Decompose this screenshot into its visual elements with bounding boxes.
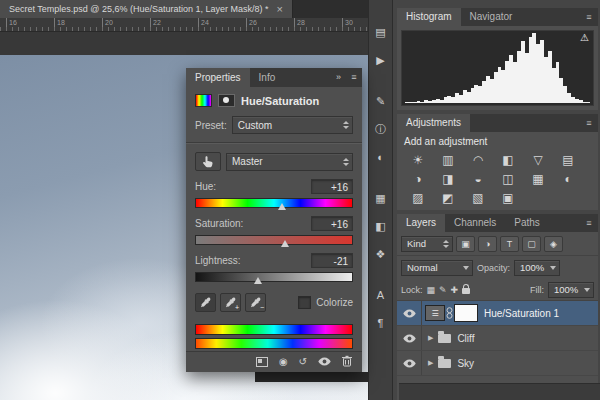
styles-panel-icon[interactable]: ❖ xyxy=(369,242,393,266)
channel-mixer-adjustment-icon[interactable]: ◫ xyxy=(493,169,523,188)
adjustment-layer-thumbnail[interactable]: ☰ xyxy=(425,305,445,321)
filter-shape-layers-icon[interactable]: ▢ xyxy=(522,236,541,252)
black-white-adjustment-icon[interactable]: ◨ xyxy=(433,169,463,188)
saturation-slider-thumb[interactable] xyxy=(281,240,289,247)
swatches-panel-icon[interactable]: ▦ xyxy=(369,186,393,210)
selective-color-adjustment-icon[interactable]: ▣ xyxy=(493,188,523,207)
masks-panel-icon[interactable]: ◐ xyxy=(369,145,393,169)
filter-type-layers-icon[interactable]: T xyxy=(500,236,519,252)
tab-histogram[interactable]: Histogram xyxy=(397,8,461,26)
collapse-panel-icon[interactable]: » xyxy=(331,68,346,87)
visibility-eye-icon[interactable] xyxy=(397,301,422,325)
brush-presets-panel-icon[interactable]: ✎ xyxy=(369,89,393,113)
posterize-adjustment-icon[interactable]: ▨ xyxy=(403,188,433,207)
lightness-value-field[interactable]: -21 xyxy=(311,253,353,268)
layer-name[interactable]: Sky xyxy=(457,358,474,369)
preset-dropdown[interactable]: Custom xyxy=(232,116,353,134)
layer-row-sky[interactable]: ▶ Sky xyxy=(397,351,598,376)
kind-filter-dropdown[interactable]: Kind xyxy=(401,236,453,252)
adjustment-header: Hue/Saturation xyxy=(195,94,353,107)
threshold-adjustment-icon[interactable]: ◩ xyxy=(433,188,463,207)
gradient-map-adjustment-icon[interactable]: ▧ xyxy=(463,188,493,207)
document-tab[interactable]: Secret Temples.psd @ 25,6% (Hue/Saturati… xyxy=(0,0,293,18)
fill-dropdown[interactable]: 100% xyxy=(548,282,594,298)
layer-mask-thumbnail[interactable] xyxy=(454,304,478,322)
layer-name[interactable]: Hue/Saturation 1 xyxy=(484,308,559,319)
lock-all-icon[interactable] xyxy=(462,288,470,294)
vibrance-adjustment-icon[interactable]: ▽ xyxy=(523,150,553,169)
saturation-slider-track[interactable] xyxy=(195,235,353,245)
actions-panel-icon[interactable]: ▶ xyxy=(369,48,393,72)
character-panel-icon[interactable]: A xyxy=(369,283,393,307)
disclosure-triangle-icon[interactable]: ▶ xyxy=(428,359,433,367)
tab-channels[interactable]: Channels xyxy=(445,214,505,232)
layer-mask-icon[interactable] xyxy=(218,94,235,107)
hue-slider-track[interactable] xyxy=(195,198,353,208)
invert-adjustment-icon[interactable]: ◐ xyxy=(553,169,583,188)
minus-icon: − xyxy=(260,304,264,311)
color-lookup-adjustment-icon[interactable]: ▦ xyxy=(523,169,553,188)
properties-panel-body: Hue/Saturation Preset: Custom Master xyxy=(186,87,362,372)
paragraph-panel-icon[interactable]: ¶ xyxy=(369,311,393,335)
lightness-slider-track[interactable] xyxy=(195,272,353,282)
close-icon[interactable]: × xyxy=(277,4,283,14)
layers-panel: Kind ▣ ◑ T ▢ ◈ Normal Opacity: 100% xyxy=(397,232,598,400)
color-balance-adjustment-icon[interactable]: ◑ xyxy=(403,169,433,188)
tab-paths[interactable]: Paths xyxy=(505,214,549,232)
disclosure-triangle-icon[interactable]: ▶ xyxy=(428,334,433,342)
tab-navigator[interactable]: Navigator xyxy=(461,8,522,26)
hue-saturation-icon xyxy=(195,94,212,107)
exposure-adjustment-icon[interactable]: ◧ xyxy=(493,150,523,169)
history-panel-icon[interactable]: ▤ xyxy=(369,20,393,44)
tab-layers[interactable]: Layers xyxy=(397,214,445,232)
visibility-eye-icon[interactable] xyxy=(318,356,331,368)
panel-menu-icon[interactable]: ≡ xyxy=(580,8,598,26)
photo-filter-adjustment-icon[interactable]: ◒ xyxy=(463,169,493,188)
eyedropper-subtract-icon[interactable]: − xyxy=(245,293,266,312)
visibility-eye-icon[interactable] xyxy=(397,326,422,350)
fill-value: 100% xyxy=(554,284,578,295)
filter-adjustment-layers-icon[interactable]: ◑ xyxy=(478,236,497,252)
lightness-slider-thumb[interactable] xyxy=(254,277,262,284)
clip-to-layer-icon[interactable] xyxy=(256,357,268,367)
brightness-contrast-adjustment-icon[interactable]: ☀ xyxy=(403,150,433,169)
blend-mode-dropdown[interactable]: Normal xyxy=(401,260,473,276)
hue-slider-thumb[interactable] xyxy=(278,203,286,210)
previous-state-icon[interactable]: ◉ xyxy=(279,357,288,367)
filter-pixel-layers-icon[interactable]: ▣ xyxy=(456,236,475,252)
eyedropper-icon[interactable] xyxy=(195,293,216,312)
lock-image-pixels-icon[interactable]: ✎ xyxy=(439,285,447,295)
panel-menu-icon[interactable]: ≡ xyxy=(346,68,362,87)
targeted-adjustment-hand-icon[interactable] xyxy=(195,152,221,171)
document-tab-bar: Secret Temples.psd @ 25,6% (Hue/Saturati… xyxy=(0,0,368,18)
layer-row-hue-saturation[interactable]: ☰ Hue/Saturation 1 xyxy=(397,301,598,326)
colorize-checkbox[interactable] xyxy=(298,296,311,309)
reset-icon[interactable]: ↺ xyxy=(299,357,307,367)
opacity-dropdown[interactable]: 100% xyxy=(514,260,560,276)
layer-name[interactable]: Cliff xyxy=(457,333,474,344)
tab-properties[interactable]: Properties xyxy=(186,68,250,87)
link-icon xyxy=(446,307,453,319)
layer-row-cliff[interactable]: ▶ Cliff xyxy=(397,326,598,351)
eyedropper-add-icon[interactable]: + xyxy=(220,293,241,312)
color-panel-icon[interactable]: ◧ xyxy=(369,214,393,238)
preset-row: Preset: Custom xyxy=(195,116,353,134)
hue-saturation-adjustment-icon[interactable]: ▤ xyxy=(553,150,583,169)
info-panel-icon[interactable]: ⓘ xyxy=(369,117,393,141)
visibility-eye-icon[interactable] xyxy=(397,351,422,375)
panel-menu-icon[interactable]: ≡ xyxy=(580,114,598,132)
filter-smart-objects-icon[interactable]: ◈ xyxy=(544,236,563,252)
panel-menu-icon[interactable]: ≡ xyxy=(580,214,598,232)
hue-label: Hue: xyxy=(195,181,216,192)
curves-adjustment-icon[interactable]: ◠ xyxy=(463,150,493,169)
tab-adjustments[interactable]: Adjustments xyxy=(397,114,470,132)
saturation-value-field[interactable]: +16 xyxy=(311,216,353,231)
tab-info[interactable]: Info xyxy=(250,68,285,87)
levels-adjustment-icon[interactable]: ▥ xyxy=(433,150,463,169)
lock-position-icon[interactable]: ✚ xyxy=(451,285,459,295)
warning-icon[interactable]: ⚠ xyxy=(580,32,589,43)
lock-transparent-pixels-icon[interactable]: ▦ xyxy=(427,285,436,295)
channel-dropdown[interactable]: Master xyxy=(226,153,353,171)
delete-adjustment-icon[interactable] xyxy=(342,355,352,369)
hue-value-field[interactable]: +16 xyxy=(311,179,353,194)
